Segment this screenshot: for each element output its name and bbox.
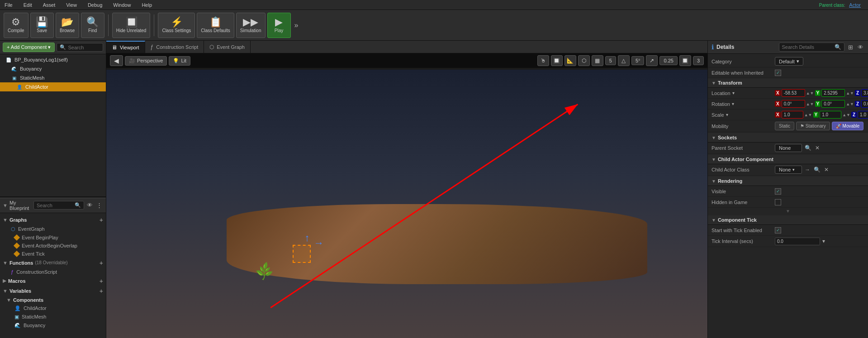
scale-x-input[interactable] xyxy=(782,111,803,119)
bp-item-eventgraph[interactable]: ⬡ EventGraph xyxy=(0,225,106,233)
viewport-content[interactable]: 🌿 ↑ ↑ xyxy=(106,70,707,338)
vc-icon-4[interactable]: ⬡ xyxy=(578,55,590,66)
variables-section-icon: ▼ xyxy=(3,288,8,294)
vc-icon-3[interactable]: 📐 xyxy=(564,55,576,66)
functions-section-header[interactable]: ▼ Functions (18 Overridable) + xyxy=(0,258,106,268)
viewport-back-button[interactable]: ◀ xyxy=(110,55,123,66)
editable-checkbox[interactable] xyxy=(775,70,781,76)
rendering-section-header[interactable]: ▼ Rendering xyxy=(708,176,868,186)
menu-debug[interactable]: Debug xyxy=(85,1,105,9)
class-settings-label: Class Settings xyxy=(162,28,191,33)
menu-view[interactable]: View xyxy=(63,1,80,9)
vc-icon-8[interactable]: 🔲 xyxy=(679,55,691,66)
vc-val[interactable]: 0.25 xyxy=(659,56,677,65)
bp-item-actor-overlap[interactable]: Event ActorBeginOverlap xyxy=(0,242,106,250)
graphs-section-header[interactable]: ▼ Graphs + xyxy=(0,215,106,225)
scale-z-input[interactable] xyxy=(858,111,868,119)
vc-num-3[interactable]: 3 xyxy=(693,56,704,65)
component-item-childactor[interactable]: 👤 ChildActor xyxy=(0,82,106,91)
add-component-button[interactable]: + Add Component ▾ xyxy=(3,43,55,52)
rotation-y-input[interactable] xyxy=(821,100,845,108)
hidden-game-checkbox[interactable] xyxy=(775,199,781,205)
parent-class-link[interactable]: Actor xyxy=(846,1,863,9)
socket-search-button[interactable]: 🔍 xyxy=(804,144,812,152)
hide-unrelated-button[interactable]: 🔲 Hide Unrelated xyxy=(112,13,151,38)
category-dropdown[interactable]: Default ▾ xyxy=(775,57,803,66)
bp-var-childactor[interactable]: 👤 ChildActor xyxy=(0,304,106,313)
tab-construction[interactable]: ƒ Construction Script xyxy=(145,41,204,53)
tick-interval-input[interactable] xyxy=(775,238,820,245)
stationary-icon: ⚑ xyxy=(800,124,804,129)
child-actor-arrow-button[interactable]: → xyxy=(804,166,811,174)
bp-item-construction[interactable]: ƒ ConstructionScript xyxy=(0,268,106,276)
location-x-input[interactable] xyxy=(782,89,805,97)
child-actor-search-button[interactable]: 🔍 xyxy=(813,166,821,174)
component-tick-section-header[interactable]: ▼ Component Tick xyxy=(708,215,868,225)
vc-num-5[interactable]: 5 xyxy=(605,56,616,65)
bp-item-event-tick[interactable]: Event Tick xyxy=(0,250,106,258)
mobility-movable-button[interactable]: 🚀 Movable xyxy=(832,122,864,130)
toolbar-more-button[interactable]: » xyxy=(293,19,300,31)
vc-icon-1[interactable]: 🖱 xyxy=(537,55,549,66)
vc-icon-7[interactable]: ↗ xyxy=(646,55,658,66)
menu-window[interactable]: Window xyxy=(110,1,133,9)
tab-viewport[interactable]: 🖥 Viewport xyxy=(106,41,145,53)
component-search-input[interactable] xyxy=(68,45,100,50)
menu-edit[interactable]: Edit xyxy=(21,1,35,9)
bp-item-begin-play[interactable]: Event BeginPlay xyxy=(0,233,106,242)
blueprint-eye-button[interactable]: 👁 xyxy=(86,201,94,209)
mobility-stationary-button[interactable]: ⚑ Stationary xyxy=(796,122,830,130)
details-search-input[interactable] xyxy=(782,44,833,50)
rotation-x-input[interactable] xyxy=(782,100,805,108)
macros-section-header[interactable]: ▶ Macros + xyxy=(0,276,106,286)
tick-enabled-checkbox[interactable] xyxy=(775,227,781,233)
macros-add-button[interactable]: + xyxy=(100,277,103,285)
child-actor-class-dropdown[interactable]: None ▾ xyxy=(775,166,802,174)
vc-icon-6[interactable]: △ xyxy=(618,55,630,66)
class-defaults-button[interactable]: 📋 Class Defaults xyxy=(197,13,234,38)
variables-section-header[interactable]: ▼ Variables + xyxy=(0,286,106,296)
visible-checkbox[interactable] xyxy=(775,188,781,195)
bp-components-section-header[interactable]: ▼ Components xyxy=(0,296,106,304)
child-actor-clear-button[interactable]: ✕ xyxy=(823,166,830,174)
simulation-button[interactable]: ▶▶ Simulation xyxy=(236,13,266,38)
component-item-buoyancy[interactable]: 🌊 Buoyancy xyxy=(0,64,106,73)
menu-file[interactable]: File xyxy=(2,1,15,9)
vc-deg[interactable]: 5° xyxy=(631,56,645,65)
location-z-input[interactable] xyxy=(861,89,868,97)
play-button[interactable]: ▶ Play xyxy=(267,13,291,38)
tick-interval-expand-button[interactable]: ▾ xyxy=(821,237,826,245)
bp-var-staticmesh[interactable]: ▣ StaticMesh xyxy=(0,313,106,321)
vc-icon-2[interactable]: 🔲 xyxy=(551,55,563,66)
transform-section-header[interactable]: ▼ Transform xyxy=(708,78,868,88)
perspective-button[interactable]: 🎥 Perspective xyxy=(125,56,167,66)
tab-event-graph[interactable]: ⬡ Event Graph xyxy=(204,41,251,53)
class-settings-button[interactable]: ⚡ Class Settings xyxy=(158,13,195,38)
menu-asset[interactable]: Asset xyxy=(40,1,58,9)
component-item-self[interactable]: 📄 BP_BuoyancyLog1(self) xyxy=(0,55,106,64)
blueprint-more-button[interactable]: ⋮ xyxy=(95,201,103,209)
save-button[interactable]: 💾 Save xyxy=(30,13,54,38)
functions-add-button[interactable]: + xyxy=(100,259,103,267)
blueprint-search-input[interactable] xyxy=(37,203,73,208)
menu-help[interactable]: Help xyxy=(139,1,155,9)
vc-icon-5[interactable]: ▦ xyxy=(592,55,603,66)
find-button[interactable]: 🔍 Find xyxy=(81,13,104,38)
details-eye-button[interactable]: 👁 xyxy=(857,43,864,52)
graphs-add-button[interactable]: + xyxy=(100,216,103,224)
compile-button[interactable]: ⚙ Compile xyxy=(4,13,28,38)
rotation-z-input[interactable] xyxy=(861,100,868,108)
variables-add-button[interactable]: + xyxy=(100,287,103,295)
location-y-input[interactable] xyxy=(821,89,845,97)
mobility-static-button[interactable]: Static xyxy=(775,122,794,130)
sockets-section-header[interactable]: ▼ Sockets xyxy=(708,133,868,143)
scale-y-input[interactable] xyxy=(820,111,841,119)
child-actor-section-header[interactable]: ▼ Child Actor Component xyxy=(708,155,868,164)
bp-var-buoyancy[interactable]: 🌊 Buoyancy xyxy=(0,321,106,330)
browse-button[interactable]: 📂 Browse xyxy=(56,13,79,38)
socket-clear-button[interactable]: ✕ xyxy=(814,144,821,152)
parent-socket-dropdown[interactable]: None xyxy=(775,144,802,152)
component-item-staticmesh[interactable]: ▣ StaticMesh xyxy=(0,73,106,82)
lit-button[interactable]: 💡 Lit xyxy=(169,56,190,66)
details-grid-button[interactable]: ⊞ xyxy=(847,43,854,52)
